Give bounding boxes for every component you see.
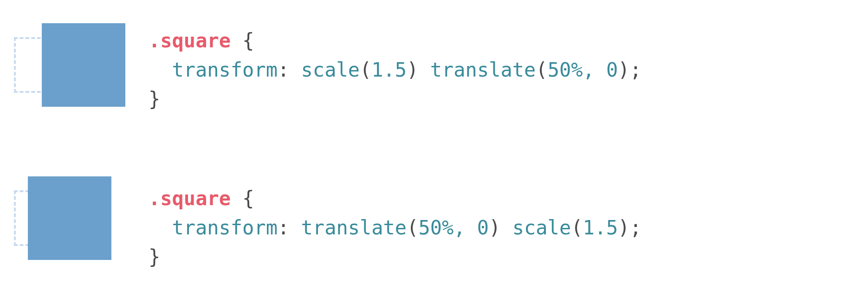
css-selector: .square	[149, 29, 231, 52]
css-function-scale: scale	[301, 58, 360, 81]
css-value: 50%, 0	[548, 58, 618, 81]
code-example-1: .square { transform: scale(1.5) translat…	[0, 14, 868, 125]
css-property: transform	[172, 58, 278, 81]
css-property: transform	[172, 216, 278, 239]
css-code-block-2: .square { transform: translate(50%, 0) s…	[149, 184, 641, 272]
css-value: 1.5	[583, 216, 618, 239]
transformed-square	[28, 176, 111, 260]
close-brace: }	[149, 246, 160, 268]
css-function-scale: scale	[512, 216, 571, 239]
css-code-block-1: .square { transform: scale(1.5) translat…	[149, 26, 641, 114]
close-brace: }	[149, 88, 160, 110]
transform-visual-2	[0, 172, 149, 283]
css-value: 1.5	[371, 58, 407, 81]
css-function-translate: translate	[430, 58, 536, 81]
open-brace: {	[242, 29, 254, 52]
css-value: 50%, 0	[418, 216, 489, 239]
transform-visual-1	[0, 14, 149, 125]
css-selector: .square	[149, 187, 231, 210]
code-example-2: .square { transform: translate(50%, 0) s…	[0, 172, 868, 283]
open-brace: {	[242, 187, 254, 210]
css-function-translate: translate	[301, 216, 407, 239]
transformed-square	[42, 23, 125, 107]
